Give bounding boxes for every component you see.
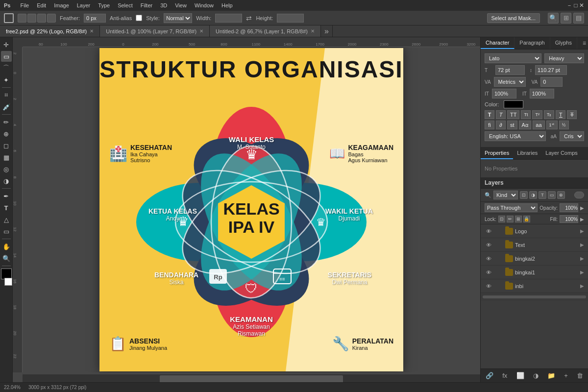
inbi-chevron[interactable]: ▶ xyxy=(580,283,584,289)
menu-filter[interactable]: Filter xyxy=(141,2,152,8)
canvas-hscroll[interactable] xyxy=(23,374,480,382)
logo-chevron[interactable]: ▶ xyxy=(580,228,584,234)
libraries-tab[interactable]: Libraries xyxy=(513,147,541,159)
layer-item-inbi[interactable]: 👁 inbi ▶ xyxy=(481,279,588,293)
width-input[interactable] xyxy=(215,14,242,23)
vscale-input[interactable] xyxy=(492,89,516,98)
magic-wand-tool[interactable]: ✦ xyxy=(1,74,12,85)
menu-select[interactable]: Select xyxy=(118,2,133,8)
swap-icon[interactable]: ⇄ xyxy=(246,14,252,22)
style-select[interactable]: Normal xyxy=(164,13,192,23)
clone-tool[interactable]: ⊕ xyxy=(1,128,12,139)
antialias-checkbox[interactable] xyxy=(136,15,142,21)
crop-tool[interactable]: ⌗ xyxy=(1,90,12,100)
adj-filter-icon[interactable]: ◑ xyxy=(529,191,537,199)
search-btn[interactable]: 🔍 xyxy=(548,13,559,24)
tab-free2-close[interactable]: ✕ xyxy=(90,28,94,34)
eyedropper-tool[interactable]: 💉 xyxy=(1,101,12,112)
sub-btn[interactable]: T₂ xyxy=(544,110,555,119)
tab-untitled1[interactable]: Untitled-1 @ 100% (Layer 7, RGB/8#) ✕ xyxy=(100,25,210,37)
height-input[interactable] xyxy=(277,14,304,23)
type-filter-icon[interactable]: T xyxy=(539,191,546,199)
kind-select[interactable]: Kind xyxy=(493,191,518,199)
character-tab[interactable]: Character xyxy=(481,37,514,49)
filter-toggle[interactable] xyxy=(574,192,584,198)
menu-type[interactable]: Type xyxy=(98,2,110,8)
super-btn[interactable]: T² xyxy=(532,110,542,119)
half-btn[interactable]: ½ xyxy=(559,121,569,129)
aa-btn[interactable]: Aα xyxy=(519,121,532,129)
add-style-btn[interactable]: fx xyxy=(501,371,508,380)
eye-inbi[interactable]: 👁 xyxy=(485,282,492,290)
eye-bingkai1[interactable]: 👁 xyxy=(485,269,492,276)
fill-input[interactable] xyxy=(560,215,578,223)
hand-tool[interactable]: ✋ xyxy=(1,241,12,252)
lasso-tool[interactable]: ⌒ xyxy=(1,63,12,74)
leading-input[interactable] xyxy=(535,65,567,75)
lock-position-icon[interactable]: ✏ xyxy=(507,216,514,222)
menu-image[interactable]: Image xyxy=(54,2,69,8)
delete-layer-btn[interactable]: 🗑 xyxy=(576,371,584,380)
language-select[interactable]: English: USA xyxy=(485,131,546,141)
path-tool[interactable]: △ xyxy=(1,214,12,225)
blend-mode-select[interactable]: Pass Through xyxy=(485,203,538,212)
tracking-input[interactable] xyxy=(540,77,563,87)
lock-artboard-icon[interactable]: ⊞ xyxy=(515,216,522,222)
italic-btn[interactable]: T xyxy=(496,110,506,119)
font-family-select[interactable]: Lato xyxy=(485,53,541,63)
feather-input[interactable] xyxy=(84,14,106,23)
small-caps-btn[interactable]: Tt xyxy=(521,110,531,119)
sub-sel-btn[interactable] xyxy=(37,14,46,23)
mini-btn[interactable]: ▤ xyxy=(573,13,584,24)
menu-file[interactable]: File xyxy=(20,2,29,8)
eye-bingkai2[interactable]: 👁 xyxy=(485,255,492,263)
all-caps-btn[interactable]: TT xyxy=(507,110,519,119)
lock-pixels-icon[interactable]: ⊡ xyxy=(498,216,505,222)
menu-help[interactable]: Help xyxy=(221,2,233,8)
new-layer-btn[interactable]: + xyxy=(563,371,569,380)
marquee-tool[interactable]: ▭ xyxy=(1,51,12,62)
gradient-tool[interactable]: ▦ xyxy=(1,152,12,163)
bold-btn[interactable]: T xyxy=(485,110,494,119)
tab-untitled1-close[interactable]: ✕ xyxy=(199,28,203,34)
tab-untitled2[interactable]: Untitled-2 @ 66,7% (Layer 1, RGB/8#) ✕ xyxy=(210,25,321,37)
menu-edit[interactable]: Edit xyxy=(37,2,46,8)
first-btn[interactable]: 1ˢᵗ xyxy=(546,121,558,129)
panel-menu-icon[interactable]: ≡ xyxy=(583,40,586,47)
tab-untitled2-close[interactable]: ✕ xyxy=(311,28,315,34)
frac-btn[interactable]: ∂ xyxy=(496,121,506,129)
link-layers-btn[interactable]: 🔗 xyxy=(485,371,494,380)
background-color[interactable] xyxy=(4,278,12,286)
menu-view[interactable]: View xyxy=(175,2,187,8)
underline-btn[interactable]: T xyxy=(556,110,565,119)
new-sel-btn[interactable] xyxy=(18,14,26,23)
adj-layer-btn[interactable]: ◑ xyxy=(532,371,539,380)
layer-item-logo[interactable]: 👁 Logo ▶ xyxy=(481,224,588,238)
zoom-tool[interactable]: 🔍 xyxy=(1,253,12,264)
font-weight-select[interactable]: Heavy xyxy=(544,53,584,63)
opacity-input[interactable] xyxy=(560,203,578,212)
shape-tool[interactable]: ▭ xyxy=(1,226,12,237)
text-chevron[interactable]: ▶ xyxy=(580,242,584,247)
layer-item-bingkai2[interactable]: 👁 bingkai2 ▶ xyxy=(481,252,588,266)
smart-filter-icon[interactable]: ⊕ xyxy=(557,191,565,199)
int-sel-btn[interactable] xyxy=(47,14,56,23)
st-btn[interactable]: st xyxy=(507,121,517,129)
eye-logo[interactable]: 👁 xyxy=(485,227,492,235)
fill-chevron[interactable]: ▶ xyxy=(580,217,584,222)
brush-tool[interactable]: ✏ xyxy=(1,117,12,127)
hscale-input[interactable] xyxy=(530,89,554,98)
shape-filter-icon[interactable]: ▭ xyxy=(548,191,556,199)
strike-btn[interactable]: T xyxy=(567,110,577,119)
kerning-select[interactable]: Metrics xyxy=(494,77,526,87)
layers-scrollbar[interactable] xyxy=(483,295,586,298)
eraser-tool[interactable]: ◻ xyxy=(1,140,12,151)
add-sel-btn[interactable] xyxy=(27,14,36,23)
eye-text[interactable]: 👁 xyxy=(485,241,492,249)
add-mask-btn[interactable]: ⬜ xyxy=(515,371,525,380)
pen-tool[interactable]: ✒ xyxy=(1,191,12,201)
tab-free2[interactable]: free2.psd @ 22% (Logo, RGB/8#) ✕ xyxy=(0,25,100,37)
color-swatch[interactable] xyxy=(504,100,523,108)
select-mask-btn[interactable]: Select and Mask... xyxy=(487,13,540,23)
paragraph-tab[interactable]: Paragraph xyxy=(514,37,550,49)
